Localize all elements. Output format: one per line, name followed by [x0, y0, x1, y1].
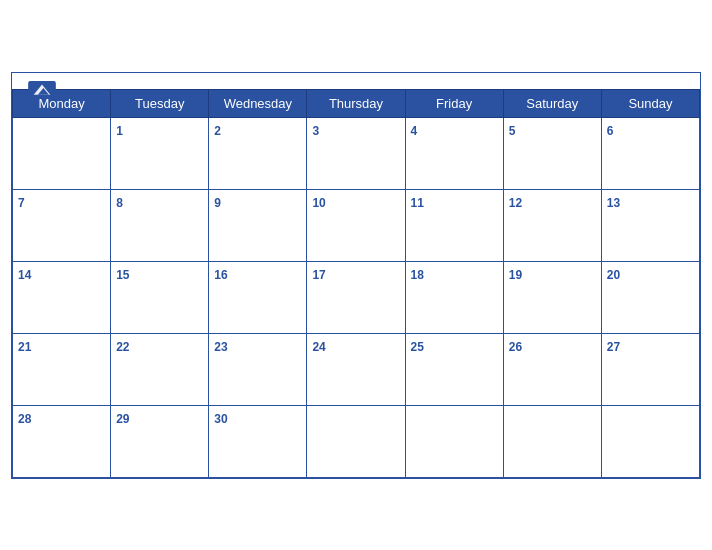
day-number: 6	[607, 124, 614, 138]
day-cell: 1	[111, 117, 209, 189]
day-cell: 19	[503, 261, 601, 333]
day-number: 27	[607, 340, 620, 354]
weekday-wednesday: Wednesday	[209, 89, 307, 117]
day-cell: 21	[13, 333, 111, 405]
day-cell	[405, 405, 503, 477]
day-cell: 10	[307, 189, 405, 261]
day-cell	[503, 405, 601, 477]
day-cell: 30	[209, 405, 307, 477]
day-number: 28	[18, 412, 31, 426]
day-cell: 27	[601, 333, 699, 405]
day-number: 23	[214, 340, 227, 354]
day-number: 7	[18, 196, 25, 210]
day-cell: 17	[307, 261, 405, 333]
day-cell: 14	[13, 261, 111, 333]
day-number: 25	[411, 340, 424, 354]
day-number: 4	[411, 124, 418, 138]
week-row-5: 282930	[13, 405, 700, 477]
day-cell: 16	[209, 261, 307, 333]
day-cell: 7	[13, 189, 111, 261]
day-number: 15	[116, 268, 129, 282]
day-cell: 13	[601, 189, 699, 261]
logo-area	[28, 81, 56, 100]
day-cell	[13, 117, 111, 189]
calendar-header	[12, 73, 700, 89]
weekday-tuesday: Tuesday	[111, 89, 209, 117]
day-cell: 22	[111, 333, 209, 405]
day-cell: 3	[307, 117, 405, 189]
day-cell: 8	[111, 189, 209, 261]
week-row-1: 123456	[13, 117, 700, 189]
day-number: 18	[411, 268, 424, 282]
day-number: 26	[509, 340, 522, 354]
day-cell: 12	[503, 189, 601, 261]
day-number: 10	[312, 196, 325, 210]
day-cell: 28	[13, 405, 111, 477]
day-number: 22	[116, 340, 129, 354]
day-number: 19	[509, 268, 522, 282]
day-number: 8	[116, 196, 123, 210]
day-cell: 15	[111, 261, 209, 333]
day-number: 3	[312, 124, 319, 138]
day-cell: 5	[503, 117, 601, 189]
day-cell: 24	[307, 333, 405, 405]
day-number: 12	[509, 196, 522, 210]
weekday-sunday: Sunday	[601, 89, 699, 117]
day-number: 16	[214, 268, 227, 282]
day-cell: 20	[601, 261, 699, 333]
day-cell: 2	[209, 117, 307, 189]
day-cell: 23	[209, 333, 307, 405]
day-cell: 29	[111, 405, 209, 477]
week-row-4: 21222324252627	[13, 333, 700, 405]
day-cell: 6	[601, 117, 699, 189]
day-number: 11	[411, 196, 424, 210]
day-number: 13	[607, 196, 620, 210]
day-number: 20	[607, 268, 620, 282]
day-cell	[307, 405, 405, 477]
day-number: 21	[18, 340, 31, 354]
day-number: 2	[214, 124, 221, 138]
generalblue-logo-icon	[28, 81, 56, 99]
day-number: 5	[509, 124, 516, 138]
day-number: 29	[116, 412, 129, 426]
day-number: 14	[18, 268, 31, 282]
day-number: 9	[214, 196, 221, 210]
weekday-saturday: Saturday	[503, 89, 601, 117]
weekday-friday: Friday	[405, 89, 503, 117]
day-number: 30	[214, 412, 227, 426]
day-cell: 11	[405, 189, 503, 261]
weekday-thursday: Thursday	[307, 89, 405, 117]
day-cell: 4	[405, 117, 503, 189]
day-cell: 25	[405, 333, 503, 405]
day-number: 17	[312, 268, 325, 282]
day-cell: 18	[405, 261, 503, 333]
calendar-grid: MondayTuesdayWednesdayThursdayFridaySatu…	[12, 89, 700, 478]
weekday-header-row: MondayTuesdayWednesdayThursdayFridaySatu…	[13, 89, 700, 117]
week-row-2: 78910111213	[13, 189, 700, 261]
day-number: 24	[312, 340, 325, 354]
week-row-3: 14151617181920	[13, 261, 700, 333]
calendar-container: MondayTuesdayWednesdayThursdayFridaySatu…	[11, 72, 701, 479]
day-cell	[601, 405, 699, 477]
day-number: 1	[116, 124, 123, 138]
day-cell: 9	[209, 189, 307, 261]
day-cell: 26	[503, 333, 601, 405]
